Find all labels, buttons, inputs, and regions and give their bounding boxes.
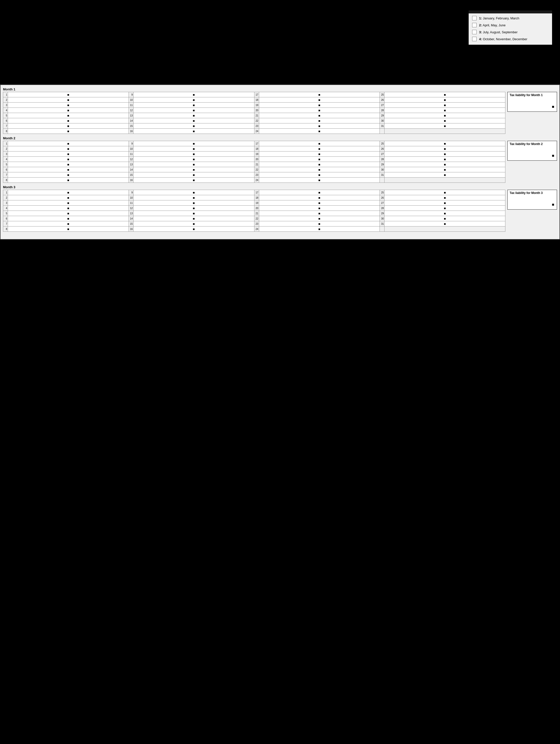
day-input-m1-d16[interactable]	[133, 128, 254, 134]
day-input-field-m2-d1[interactable]	[8, 141, 129, 146]
day-input-field-m2-d9[interactable]	[133, 141, 254, 146]
day-input-m2-d17[interactable]	[259, 141, 380, 146]
day-input-field-m2-d26[interactable]	[385, 146, 505, 151]
day-input-field-m2-d27[interactable]	[385, 151, 505, 156]
day-input-m3-d2[interactable]	[8, 195, 129, 200]
day-input-m2-d31[interactable]	[385, 172, 505, 177]
day-input-field-m1-d11[interactable]	[133, 103, 254, 108]
quarter-checkbox-4[interactable]	[472, 37, 477, 41]
day-input-m1-d28[interactable]	[385, 108, 505, 113]
day-input-m3-d6[interactable]	[8, 216, 129, 221]
day-input-field-m2-d20[interactable]	[259, 157, 380, 162]
day-input-m3-d27[interactable]	[385, 200, 505, 206]
day-input-m2-d15[interactable]	[133, 172, 254, 177]
day-input-m2-d8[interactable]	[8, 178, 129, 183]
day-input-field-m2-d28[interactable]	[385, 157, 505, 162]
day-input-m1-d23[interactable]	[259, 123, 380, 128]
day-input-field-m1-d16[interactable]	[133, 128, 254, 134]
day-input-m3-d20[interactable]	[259, 206, 380, 211]
day-input-field-m3-d22[interactable]	[259, 216, 380, 221]
quarter-option-3[interactable]: 3: July, August, September	[472, 30, 549, 34]
day-input-m1-d1[interactable]	[8, 92, 129, 97]
day-input-field-m1-d19[interactable]	[259, 103, 380, 108]
day-input-m1-d5[interactable]	[8, 113, 129, 118]
day-input-field-m1-d8[interactable]	[8, 128, 129, 134]
day-input-m3-d13[interactable]	[133, 211, 254, 216]
day-input-field-m3-d16[interactable]	[133, 226, 254, 231]
day-input-field-m3-d9[interactable]	[133, 190, 254, 195]
day-input-m1-d30[interactable]	[385, 118, 505, 123]
day-input-m3-d28[interactable]	[385, 206, 505, 211]
day-input-m3-d7[interactable]	[8, 221, 129, 226]
day-input-m3-d18[interactable]	[259, 195, 380, 200]
quarter-option-2[interactable]: 2: April, May, June	[472, 23, 549, 27]
day-input-field-m1-d29[interactable]	[385, 113, 505, 118]
day-input-field-m1-d12[interactable]	[133, 108, 254, 113]
day-input-field-m2-d13[interactable]	[133, 162, 254, 167]
day-input-field-m3-d5[interactable]	[8, 211, 129, 216]
day-input-m1-d2[interactable]	[8, 97, 129, 102]
day-input-m2-d19[interactable]	[259, 151, 380, 156]
day-input-field-m2-d19[interactable]	[259, 151, 380, 156]
day-input-field-m2-d12[interactable]	[133, 157, 254, 162]
day-input-field-m1-d27[interactable]	[385, 103, 505, 108]
day-input-field-m3-d19[interactable]	[259, 200, 380, 206]
day-input-m2-d27[interactable]	[385, 151, 505, 156]
day-input-m1-d14[interactable]	[133, 118, 254, 123]
day-input-m3-d29[interactable]	[385, 211, 505, 216]
day-input-m1-d22[interactable]	[259, 118, 380, 123]
day-input-field-m2-d14[interactable]	[133, 167, 254, 172]
day-input-m2-d13[interactable]	[133, 162, 254, 167]
day-input-field-m2-d6[interactable]	[8, 167, 129, 172]
day-input-m2-d18[interactable]	[259, 146, 380, 151]
day-input-field-m1-d25[interactable]	[385, 92, 505, 97]
day-input-field-m2-d10[interactable]	[133, 146, 254, 151]
quarter-checkbox-1[interactable]	[472, 16, 477, 21]
quarter-option-4[interactable]: 4: October, November, December	[472, 37, 549, 41]
day-input-field-m3-d7[interactable]	[8, 221, 129, 226]
day-input-field-m2-d4[interactable]	[8, 157, 129, 162]
day-input-m2-d1[interactable]	[8, 141, 129, 146]
day-input-field-m3-d1[interactable]	[8, 190, 129, 195]
day-input-field-m1-d7[interactable]	[8, 123, 129, 128]
day-input-m2-d28[interactable]	[385, 157, 505, 162]
quarter-option-1[interactable]: 1: January, February, March	[472, 16, 549, 21]
day-input-m1-d4[interactable]	[8, 108, 129, 113]
day-input-m1-d18[interactable]	[259, 97, 380, 102]
day-input-field-m2-d16[interactable]	[133, 178, 254, 183]
day-input-m3-d22[interactable]	[259, 216, 380, 221]
day-input-field-m2-d24[interactable]	[259, 178, 380, 183]
day-input-field-m2-d5[interactable]	[8, 162, 129, 167]
day-input-field-m1-d1[interactable]	[8, 92, 129, 97]
day-input-field-m1-d30[interactable]	[385, 118, 505, 123]
day-input-m3-d21[interactable]	[259, 211, 380, 216]
day-input-field-m1-d31[interactable]	[385, 123, 505, 128]
day-input-m1-d10[interactable]	[133, 97, 254, 102]
day-input-field-m3-d28[interactable]	[385, 206, 505, 211]
day-input-field-m3-d30[interactable]	[385, 216, 505, 221]
day-input-field-m3-d21[interactable]	[259, 211, 380, 216]
day-input-field-m1-d24[interactable]	[259, 128, 380, 134]
day-input-field-m3-d29[interactable]	[385, 211, 505, 216]
day-input-m2-d3[interactable]	[8, 151, 129, 156]
day-input-m2-d21[interactable]	[259, 162, 380, 167]
day-input-field-m2-d31[interactable]	[385, 172, 505, 177]
day-input-m1-d19[interactable]	[259, 103, 380, 108]
day-input-field-m3-d20[interactable]	[259, 206, 380, 211]
day-input-m1-d7[interactable]	[8, 123, 129, 128]
day-input-field-m2-d21[interactable]	[259, 162, 380, 167]
day-input-field-m2-d11[interactable]	[133, 151, 254, 156]
quarter-checkbox-3[interactable]	[472, 30, 477, 34]
day-input-m2-d4[interactable]	[8, 157, 129, 162]
day-input-field-m1-d22[interactable]	[259, 118, 380, 123]
day-input-field-m1-d4[interactable]	[8, 108, 129, 113]
day-input-field-m3-d17[interactable]	[259, 190, 380, 195]
day-input-m3-d26[interactable]	[385, 195, 505, 200]
day-input-m1-d11[interactable]	[133, 103, 254, 108]
day-input-field-m3-d3[interactable]	[8, 200, 129, 206]
day-input-m3-d9[interactable]	[133, 190, 254, 195]
day-input-field-m2-d17[interactable]	[259, 141, 380, 146]
day-input-m3-d25[interactable]	[385, 190, 505, 195]
day-input-field-m3-d15[interactable]	[133, 221, 254, 226]
day-input-field-m1-d23[interactable]	[259, 123, 380, 128]
